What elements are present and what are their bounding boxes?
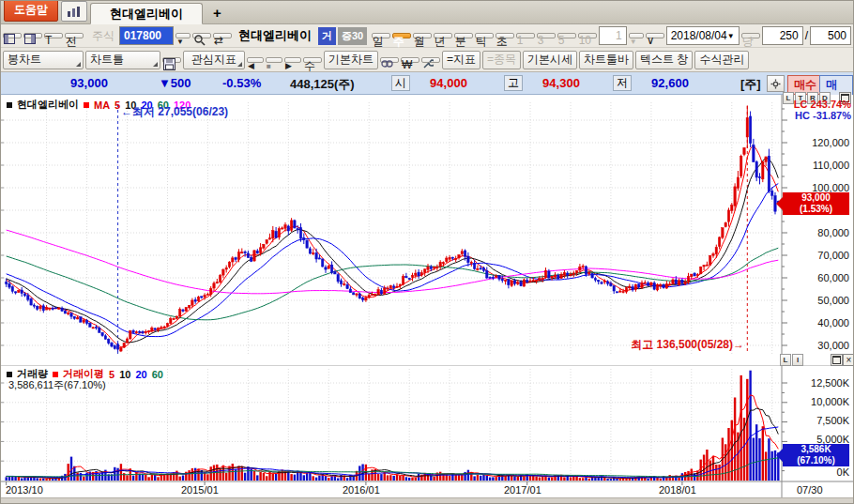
bar-chart-icon — [67, 6, 82, 18]
current-volume-marker: 3,586K (67.10%) — [783, 444, 849, 466]
volume-value-line: 3,586,611주(67.10%) — [8, 378, 106, 392]
period-day-button[interactable]: 일 — [372, 33, 390, 38]
marker-volume-pct: (67.10%) — [783, 455, 849, 466]
series-name: 현대엘리베이 — [17, 98, 79, 112]
save-button[interactable] — [162, 57, 181, 63]
tool-wrench-button[interactable] — [421, 57, 440, 63]
margin-badge: 증30 — [338, 27, 367, 45]
price-change: ▼500 — [159, 76, 191, 90]
minute-3-button: 3 — [537, 33, 556, 38]
x-axis-label: 2015/01 — [181, 484, 219, 496]
high-label: 고 — [504, 75, 523, 91]
ma-marker-icon — [53, 372, 58, 377]
jeon-button[interactable]: 전 — [65, 33, 84, 38]
marker-volume: 3,586K — [783, 444, 849, 455]
nav-prev-button[interactable]: ◀ — [247, 57, 264, 63]
interval-dropdown-button[interactable]: ▼ — [629, 33, 644, 38]
new-tab-button[interactable]: + — [206, 5, 229, 21]
settings-button[interactable] — [767, 75, 785, 92]
candle-chart-combo[interactable]: 봉차트 — [3, 51, 84, 69]
restore-icon — [832, 356, 841, 364]
stock-type-label: 주식 — [89, 28, 117, 44]
eq-stock-button: =종목 — [482, 51, 521, 69]
chart-settings-button[interactable] — [380, 57, 399, 63]
refresh-button[interactable]: ⇄ — [213, 33, 232, 38]
quote-bar: 93,000 ▼500 -0.53% 448,125(주) 시 94,000 고… — [1, 72, 853, 95]
layout-left-icon — [4, 34, 15, 44]
count-separator: / — [805, 29, 808, 42]
series-marker-icon — [7, 102, 12, 108]
vol-ma-5: 5 — [109, 369, 114, 380]
period-minute-button[interactable]: 분 — [454, 33, 473, 38]
minute-5-button: 5 — [557, 33, 576, 38]
layout-right-icon-button[interactable] — [23, 33, 42, 38]
period-second-button[interactable]: 초 — [496, 33, 514, 38]
search-button[interactable] — [192, 33, 211, 38]
restore-vol-pane-button[interactable] — [831, 354, 843, 366]
price-axis-label: 60,000 — [787, 272, 849, 283]
period-tick-button[interactable]: 틱 — [475, 33, 494, 38]
tools-icon — [381, 58, 393, 69]
vol-pane-i-button[interactable]: I — [792, 354, 803, 366]
high-price: 94,300 — [528, 76, 594, 90]
chart-toolbar: 봉차트 차트틀 관심지표 ◀ ■ ▶ 수 기본차트 ₩ =지표 =종목 기본시세… — [1, 48, 853, 72]
formula-manager-button[interactable]: 수식관리 — [694, 51, 749, 69]
price-volume-chart[interactable] — [1, 95, 854, 504]
eq-indicator-button[interactable]: =지표 — [442, 51, 480, 69]
text-window-button[interactable]: 텍스트 창 — [635, 51, 693, 69]
watch-indicator-combo[interactable]: 관심지표 — [183, 51, 245, 69]
ma-marker-icon — [84, 102, 89, 108]
won-price-button[interactable]: ₩ — [401, 57, 419, 63]
period-month-button[interactable]: 월 — [413, 33, 432, 38]
date-picker[interactable]: 2018/08/04 ▼ — [666, 26, 740, 45]
stock-code-input[interactable]: 017800 — [119, 26, 174, 45]
tab-stock[interactable]: 현대엘리베이 — [90, 3, 203, 24]
volume-axis-label: 0K — [787, 466, 849, 478]
interval-input[interactable]: 1 — [599, 26, 627, 45]
x-axis-label: 2017/01 — [504, 484, 541, 496]
chart-frames-combo[interactable]: 차트틀 — [85, 51, 160, 69]
chevron-down-icon: ▼ — [727, 32, 735, 40]
chart-icon-button[interactable] — [61, 1, 87, 22]
market-badge: 거 — [318, 27, 336, 45]
x-axis-label: 2018/01 — [659, 484, 696, 496]
tab-bar: 도움말 현대엘리베이 + — [1, 1, 853, 24]
close-vol-pane-button[interactable]: × — [843, 354, 854, 366]
basic-chart-button[interactable]: 기본차트 — [324, 51, 378, 69]
bar-total-input[interactable]: 500 — [810, 26, 851, 45]
price-axis-label: 70,000 — [787, 250, 849, 261]
chart-window: 도움말 현대엘리베이 + T 전 주식 017800 ▼ ⇄ 현대엘리베이 거 … — [0, 0, 854, 504]
bar-count-input[interactable]: 250 — [762, 26, 803, 45]
basic-quote-button[interactable]: 기본시세 — [523, 51, 577, 69]
chart-area[interactable] — [1, 95, 854, 504]
lc-label: LC 243.74% — [780, 99, 851, 110]
low-annotation: ←최저 27,055(06/23) — [121, 104, 228, 120]
period-week-button[interactable]: 주 — [392, 33, 411, 38]
dang-button: 당 — [741, 33, 760, 38]
volume-axis-label: 7,500K — [787, 415, 849, 426]
price-change-pct: -0.53% — [222, 76, 261, 90]
nav-next-button[interactable]: ▶ — [284, 57, 301, 63]
auto-check-button[interactable]: ∨ — [646, 33, 664, 38]
ma-period-5: 5 — [114, 99, 120, 111]
price-axis-label: 110,000 — [787, 160, 849, 171]
prev-icon: ◀ — [248, 61, 254, 70]
code-dropdown-button[interactable]: ▼ — [175, 33, 191, 38]
nav-stop-button[interactable]: ■ — [266, 57, 282, 63]
period-year-button[interactable]: 년 — [434, 33, 452, 38]
period-tag: [주] — [740, 76, 761, 93]
high-annotation: 최고 136,500(05/28)→ — [585, 337, 744, 353]
help-button[interactable]: 도움말 — [4, 0, 58, 22]
volume-axis-label: 12,500K — [787, 377, 849, 389]
su-button[interactable]: 수 — [303, 57, 322, 63]
price-axis-label: 120,000 — [787, 137, 849, 148]
layout-left-icon-button[interactable] — [3, 33, 22, 38]
chart-toolbar-button[interactable]: 차트툴바 — [579, 51, 633, 69]
marker-pct: (1.53%) — [783, 204, 849, 215]
vol-pane-l-button[interactable]: L — [780, 354, 791, 366]
text-tool-button[interactable]: T — [44, 33, 63, 38]
window-bottom-edge — [1, 497, 853, 503]
vol-ma-20: 20 — [135, 369, 146, 380]
chevron-down-icon: ▼ — [176, 38, 184, 46]
chevron-down-icon: ▼ — [630, 38, 637, 46]
